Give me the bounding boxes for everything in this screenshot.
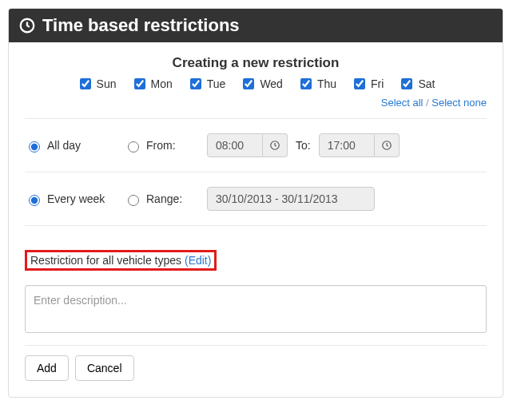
all-day-radio[interactable] bbox=[29, 141, 40, 153]
add-button[interactable]: Add bbox=[25, 355, 69, 381]
panel-header: Time based restrictions bbox=[9, 9, 503, 42]
day-sat-checkbox[interactable] bbox=[401, 78, 412, 89]
button-row: Add Cancel bbox=[25, 355, 487, 381]
separator bbox=[25, 172, 487, 172]
from-option[interactable]: From: bbox=[124, 139, 196, 153]
select-links: Select all / Select none bbox=[25, 97, 487, 109]
edit-vehicle-types-link[interactable]: (Edit) bbox=[185, 254, 211, 267]
day-thu[interactable]: Thu bbox=[297, 76, 336, 92]
vehicle-types-text: Restriction for all vehicle types bbox=[30, 254, 185, 267]
from-time-group bbox=[207, 133, 288, 157]
every-week-option[interactable]: Every week bbox=[25, 192, 113, 206]
day-thu-checkbox[interactable] bbox=[300, 78, 312, 89]
time-row: All day From: To: bbox=[25, 133, 487, 157]
vehicle-types-highlight: Restriction for all vehicle types (Edit) bbox=[25, 250, 217, 271]
day-sun[interactable]: Sun bbox=[77, 76, 117, 92]
from-radio[interactable] bbox=[128, 141, 139, 153]
day-tue[interactable]: Tue bbox=[187, 76, 226, 92]
day-wed-checkbox[interactable] bbox=[243, 78, 254, 89]
cancel-button[interactable]: Cancel bbox=[75, 355, 134, 381]
range-option[interactable]: Range: bbox=[124, 192, 196, 206]
panel-body: Creating a new restriction Sun Mon Tue W… bbox=[9, 42, 503, 397]
to-time-input[interactable] bbox=[319, 133, 375, 157]
day-tue-checkbox[interactable] bbox=[190, 78, 201, 89]
day-sat[interactable]: Sat bbox=[398, 76, 435, 92]
range-input[interactable] bbox=[207, 187, 375, 211]
all-day-option[interactable]: All day bbox=[25, 139, 113, 153]
separator bbox=[25, 225, 487, 226]
to-clock-icon[interactable] bbox=[375, 133, 400, 157]
clock-icon bbox=[18, 17, 36, 34]
every-week-radio[interactable] bbox=[29, 195, 40, 206]
range-radio[interactable] bbox=[128, 195, 139, 206]
from-clock-icon[interactable] bbox=[263, 133, 288, 157]
day-wed[interactable]: Wed bbox=[240, 76, 283, 92]
day-mon-checkbox[interactable] bbox=[134, 78, 145, 89]
recur-row: Every week Range: bbox=[25, 187, 487, 211]
day-fri[interactable]: Fri bbox=[351, 76, 384, 92]
to-time-group bbox=[319, 133, 400, 157]
subtitle: Creating a new restriction bbox=[25, 55, 487, 71]
to-label: To: bbox=[296, 139, 311, 152]
select-all-link[interactable]: Select all bbox=[381, 97, 424, 109]
from-time-input[interactable] bbox=[207, 133, 263, 157]
day-fri-checkbox[interactable] bbox=[354, 78, 365, 89]
select-none-link[interactable]: Select none bbox=[431, 97, 487, 109]
description-textarea[interactable] bbox=[25, 285, 487, 333]
day-mon[interactable]: Mon bbox=[131, 76, 173, 92]
separator bbox=[25, 118, 487, 119]
restrictions-panel: Time based restrictions Creating a new r… bbox=[8, 8, 503, 398]
day-sun-checkbox[interactable] bbox=[80, 78, 91, 89]
panel-title: Time based restrictions bbox=[42, 15, 240, 36]
days-row: Sun Mon Tue Wed Thu Fri Sat bbox=[25, 76, 487, 92]
time-inputs: To: bbox=[207, 133, 400, 157]
separator bbox=[25, 345, 487, 346]
